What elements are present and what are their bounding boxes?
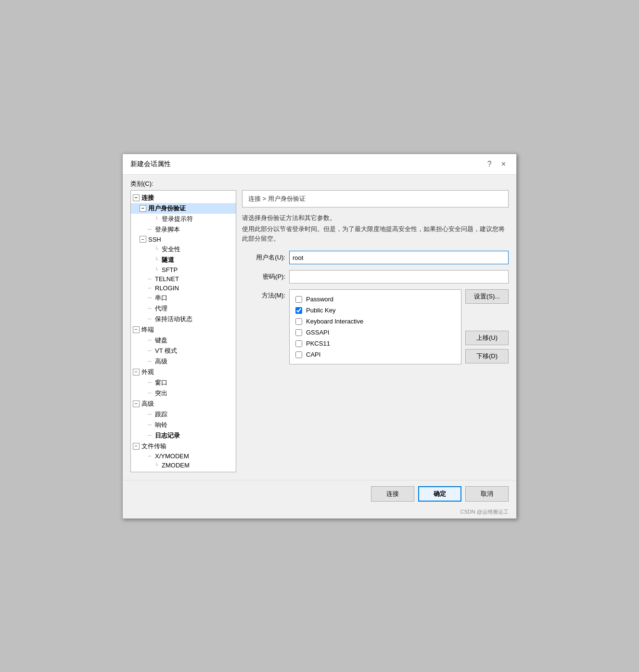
tree-line-keepalive: ─ — [146, 316, 153, 322]
tree-label-keyboard: 键盘 — [155, 336, 167, 345]
tree-item-security[interactable]: └安全性 — [131, 244, 236, 255]
tree-item-zmodem[interactable]: └ZMODEM — [131, 461, 236, 470]
method-list: PasswordPublic KeyKeyboard InteractiveGS… — [289, 289, 461, 364]
description1: 请选择身份验证方法和其它参数。 — [242, 213, 509, 223]
tree-item-login-script[interactable]: ─登录脚本 — [131, 224, 236, 235]
tree-label-telnet: TELNET — [155, 275, 179, 283]
tree-item-serial[interactable]: ─串口 — [131, 293, 236, 303]
move-up-button[interactable]: 上移(U) — [465, 331, 509, 345]
move-down-button[interactable]: 下移(D) — [465, 349, 509, 363]
tree-item-xymodem[interactable]: ─X/YMODEM — [131, 452, 236, 461]
tree-label-keepalive: 保持活动状态 — [155, 315, 192, 323]
method-list-container: PasswordPublic KeyKeyboard InteractiveGS… — [289, 289, 509, 364]
checkbox-password[interactable] — [295, 296, 302, 303]
method-label: 方法(M): — [242, 289, 285, 300]
title-bar-buttons: ? × — [485, 159, 509, 169]
checkbox-public-key[interactable] — [295, 307, 302, 314]
tree-item-connection[interactable]: −连接 — [131, 193, 236, 203]
expander-terminal[interactable]: − — [133, 326, 140, 333]
tree-item-keyboard[interactable]: ─键盘 — [131, 335, 236, 346]
tree-item-sftp[interactable]: └SFTP — [131, 265, 236, 274]
expander-file-transfer[interactable]: − — [133, 443, 140, 450]
username-row: 用户名(U): — [242, 251, 509, 264]
tree-item-window[interactable]: ─窗口 — [131, 377, 236, 388]
method-item-pkcs11[interactable]: PKCS11 — [295, 338, 455, 349]
method-item-capi[interactable]: CAPI — [295, 349, 455, 360]
password-input[interactable] — [289, 270, 509, 284]
expander-advanced[interactable]: − — [133, 401, 140, 407]
content-panel: 连接 > 用户身份验证 请选择身份验证方法和其它参数。 使用此部分以节省登录时间… — [242, 190, 509, 472]
tree-label-serial: 串口 — [155, 294, 167, 302]
cancel-button[interactable]: 取消 — [465, 486, 509, 502]
tree-item-file-transfer[interactable]: −文件传输 — [131, 441, 236, 452]
tree-line-zmodem: └ — [153, 463, 160, 468]
tree-item-rlogin[interactable]: ─RLOGIN — [131, 284, 236, 293]
tree-item-ssh[interactable]: −SSH — [131, 235, 236, 244]
tree-item-proxy[interactable]: ─代理 — [131, 303, 236, 314]
tree-item-login-prompt[interactable]: └登录提示符 — [131, 214, 236, 224]
settings-button[interactable]: 设置(S)... — [465, 289, 509, 304]
tree-label-login-script: 登录脚本 — [155, 225, 180, 234]
tree-item-keepalive[interactable]: ─保持活动状态 — [131, 314, 236, 324]
connect-button[interactable]: 连接 — [371, 486, 414, 502]
tree-line-window: ─ — [146, 380, 153, 385]
tree-label-tunnel: 隧道 — [162, 256, 174, 264]
tree-item-terminal[interactable]: −终端 — [131, 324, 236, 335]
method-item-password[interactable]: Password — [295, 294, 455, 305]
dialog-title: 新建会话属性 — [130, 160, 171, 168]
tree-line-login-script: ─ — [146, 227, 153, 232]
expander-user-auth[interactable]: − — [140, 205, 146, 212]
password-label: 密码(P): — [242, 272, 285, 281]
tree-line-login-prompt: └ — [153, 216, 160, 221]
title-bar: 新建会话属性 ? × — [123, 154, 516, 175]
method-item-public-key[interactable]: Public Key — [295, 305, 455, 316]
tree-panel[interactable]: −连接−用户身份验证└登录提示符─登录脚本−SSH└安全性└隧道└SFTP─TE… — [130, 190, 236, 472]
method-label-gssapi: GSSAPI — [306, 329, 329, 336]
username-input[interactable] — [289, 251, 509, 264]
method-label-capi: CAPI — [306, 351, 320, 358]
checkbox-keyboard-interactive[interactable] — [295, 318, 302, 325]
dialog-body: 类别(C): −连接−用户身份验证└登录提示符─登录脚本−SSH└安全性└隧道└… — [123, 175, 516, 518]
checkbox-gssapi[interactable] — [295, 329, 302, 336]
tree-item-vt-mode[interactable]: ─VT 模式 — [131, 346, 236, 356]
method-item-keyboard-interactive[interactable]: Keyboard Interactive — [295, 316, 455, 327]
tree-item-advanced-terminal[interactable]: ─高级 — [131, 356, 236, 367]
checkbox-capi[interactable] — [295, 351, 302, 358]
tree-label-security: 安全性 — [162, 245, 180, 254]
expander-connection[interactable]: − — [133, 194, 140, 201]
form-area: 用户名(U): 密码(P): 方法(M): Pas — [242, 251, 509, 364]
tree-label-sftp: SFTP — [162, 266, 178, 273]
watermark: CSDN @运维搬运工 — [123, 507, 516, 518]
breadcrumb: 连接 > 用户身份验证 — [242, 190, 509, 207]
tree-item-advanced[interactable]: −高级 — [131, 399, 236, 409]
username-label: 用户名(U): — [242, 253, 285, 262]
tree-item-bell[interactable]: ─响铃 — [131, 420, 236, 430]
tree-label-file-transfer: 文件传输 — [141, 442, 166, 451]
tree-item-telnet[interactable]: ─TELNET — [131, 274, 236, 284]
tree-item-trace[interactable]: ─跟踪 — [131, 409, 236, 420]
dialog: 新建会话属性 ? × 类别(C): −连接−用户身份验证└登录提示符─登录脚本−… — [122, 154, 517, 519]
bottom-bar: 连接 确定 取消 — [123, 480, 516, 507]
close-button[interactable]: × — [498, 159, 509, 169]
tree-item-user-auth[interactable]: −用户身份验证 — [131, 203, 236, 214]
method-label-password: Password — [306, 296, 333, 303]
method-item-gssapi[interactable]: GSSAPI — [295, 327, 455, 338]
description2: 使用此部分以节省登录时间。但是，为了最大限度地提高安全性，如果担心安全问题，建议… — [242, 224, 509, 243]
expander-ssh[interactable]: − — [140, 236, 146, 243]
tree-line-highlight: ─ — [146, 390, 153, 396]
tree-item-tunnel[interactable]: └隧道 — [131, 255, 236, 265]
tree-item-log[interactable]: ─日志记录 — [131, 430, 236, 441]
checkbox-pkcs11[interactable] — [295, 340, 302, 347]
tree-label-zmodem: ZMODEM — [162, 462, 190, 469]
method-label-keyboard-interactive: Keyboard Interactive — [306, 318, 363, 325]
tree-line-security: └ — [153, 246, 160, 252]
tree-item-appearance[interactable]: −外观 — [131, 367, 236, 377]
ok-button[interactable]: 确定 — [418, 486, 461, 502]
help-button[interactable]: ? — [485, 159, 495, 169]
tree-item-highlight[interactable]: ─突出 — [131, 388, 236, 399]
tree-line-keyboard: ─ — [146, 337, 153, 343]
tree-label-advanced-terminal: 高级 — [155, 357, 167, 366]
expander-appearance[interactable]: − — [133, 369, 140, 375]
method-label-pkcs11: PKCS11 — [306, 340, 330, 347]
tree-line-proxy: ─ — [146, 306, 153, 311]
